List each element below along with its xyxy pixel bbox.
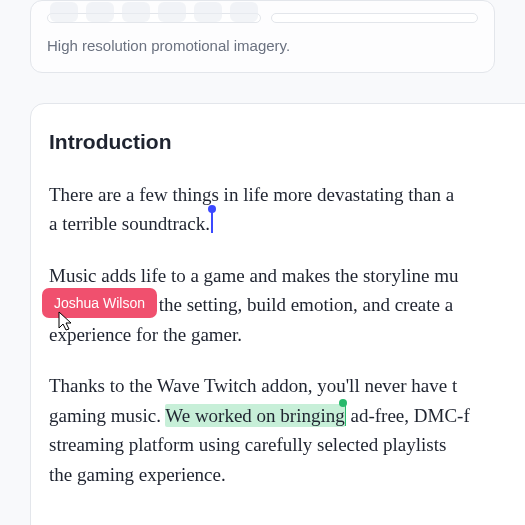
text-run: Thanks to the Wave Twitch addon, you'll … — [49, 375, 457, 396]
collaborator-badge[interactable]: Joshua Wilson — [42, 288, 157, 318]
top-caption: High resolution promotional imagery. — [47, 37, 478, 54]
text-run: gaming music. — [49, 405, 165, 426]
text-run: There are a few things in life more deva… — [49, 184, 454, 205]
thumbnail[interactable] — [86, 2, 114, 22]
text-run: experience for the gamer. — [49, 324, 242, 345]
text-run: Music adds life to a game and makes the … — [49, 265, 458, 286]
paragraph-3[interactable]: Thanks to the Wave Twitch addon, you'll … — [49, 371, 525, 489]
text-caret — [211, 211, 213, 233]
page-root: High resolution promotional imagery. Int… — [0, 0, 525, 525]
text-run: the gaming experience. — [49, 464, 226, 485]
thumbnail-group-1[interactable] — [47, 13, 261, 23]
collab-selection: We worked on bringing — [165, 404, 344, 427]
thumbnail[interactable] — [230, 2, 258, 22]
thumbnail[interactable] — [194, 2, 222, 22]
thumbnail[interactable] — [158, 2, 186, 22]
section-heading: Introduction — [49, 130, 525, 154]
thumbnail[interactable] — [122, 2, 150, 22]
text-run: a terrible soundtrack. — [49, 213, 210, 234]
collaborator-name: Joshua Wilson — [54, 295, 145, 311]
top-info-card: High resolution promotional imagery. — [30, 0, 495, 73]
text-run: streaming platform using carefully selec… — [49, 434, 446, 455]
text-run: ad-free, DMC-f — [346, 405, 470, 426]
thumbnail[interactable] — [50, 2, 78, 22]
thumbnail-group-2[interactable] — [271, 13, 478, 23]
text-run: We worked on bringing — [165, 405, 344, 426]
paragraph-1[interactable]: There are a few things in life more deva… — [49, 180, 525, 239]
thumbnail-row — [47, 13, 478, 23]
